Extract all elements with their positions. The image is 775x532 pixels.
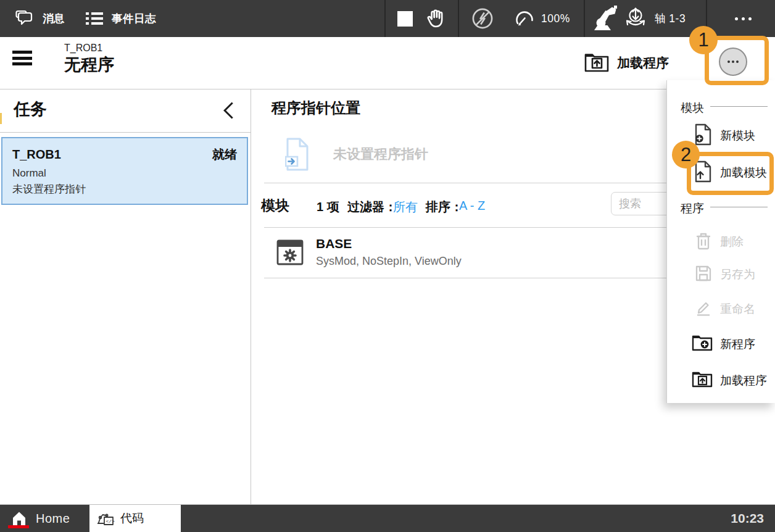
- app-header: T_ROB1 无程序 加载程序: [0, 37, 775, 89]
- menu-item-label: 另存为: [720, 267, 755, 283]
- task-mode: Normal: [12, 167, 237, 180]
- folder-upload-icon: [584, 52, 610, 74]
- save-icon: [694, 264, 713, 286]
- page-title: 无程序: [64, 54, 114, 76]
- edge-notification-sliver: [0, 113, 2, 124]
- step1-badge: 1: [689, 26, 718, 54]
- pointer-section-title: 程序指针位置: [271, 98, 360, 118]
- axis-selector-button[interactable]: 轴 1-3: [622, 0, 686, 37]
- task-name: T_ROB1: [12, 148, 61, 162]
- folder-plus-icon: [692, 335, 713, 354]
- sort-label: 排序：: [426, 199, 463, 215]
- event-log-button[interactable]: 事件日志: [84, 0, 156, 37]
- home-label[interactable]: Home: [36, 505, 70, 532]
- taskbar-divider: [0, 504, 775, 505]
- menu-item-label: 加载程序: [720, 373, 767, 389]
- task-pointer-status: 未设置程序指针: [12, 182, 237, 196]
- modules-section-title: 模块: [261, 196, 289, 215]
- messages-label: 消息: [43, 11, 65, 26]
- header-task-name: T_ROB1: [64, 43, 102, 54]
- menu-item-label: 新程序: [720, 336, 755, 352]
- menu-section-program: 程序: [681, 201, 704, 217]
- menu-item-load-program[interactable]: 加载程序: [667, 367, 775, 395]
- clock: 10:23: [731, 505, 764, 532]
- context-menu: 模块 新模块: [666, 80, 775, 403]
- speed-value: 100%: [541, 12, 570, 25]
- event-log-label: 事件日志: [112, 11, 156, 26]
- flexpendant-screen: 消息 事件日志: [0, 0, 775, 532]
- step2-badge: 2: [672, 141, 700, 168]
- doc-plus-icon: [694, 123, 712, 148]
- code-tab-label: 代码: [120, 510, 144, 526]
- messages-button[interactable]: 消息: [15, 0, 65, 37]
- menu-section-modules: 模块: [681, 100, 704, 116]
- topbar-more-button[interactable]: [729, 0, 756, 37]
- folder-upload-icon: [692, 371, 713, 391]
- menu-item-delete: 删除: [667, 228, 775, 256]
- event-log-icon: [84, 9, 105, 28]
- tasks-panel: 任务 T_ROB1 就绪 Normal 未设置程序指针: [0, 89, 251, 505]
- tasks-divider: [0, 132, 251, 133]
- home-active-underline: [8, 525, 29, 528]
- stop-icon: [397, 11, 413, 27]
- filter-value-link[interactable]: 所有: [393, 199, 418, 215]
- pointer-empty-text: 未设置程序指针: [333, 145, 428, 164]
- robot-arm-icon: [591, 5, 619, 32]
- collapse-panel-button[interactable]: [220, 101, 238, 120]
- svg-text:</>: </>: [106, 518, 115, 524]
- pointer-document-icon: [285, 137, 310, 174]
- filter-label: 过滤器：: [347, 199, 397, 215]
- topbar-separator: [584, 0, 585, 37]
- speedometer-icon: [512, 9, 537, 28]
- stop-button[interactable]: [397, 0, 413, 37]
- menu-item-label: 新模块: [720, 128, 755, 144]
- load-program-header-label: 加载程序: [617, 54, 669, 72]
- module-row-attributes: SysMod, NoStepIn, ViewOnly: [316, 255, 462, 268]
- axis-jog-icon: [622, 6, 649, 31]
- menu-item-label: 删除: [720, 234, 744, 250]
- trash-icon: [694, 231, 713, 253]
- module-row-name[interactable]: BASE: [316, 236, 352, 251]
- topbar-separator: [384, 0, 386, 37]
- sort-value-link[interactable]: A - Z: [459, 199, 485, 213]
- menu-rule: [710, 207, 768, 207]
- hamburger-icon: [12, 51, 32, 54]
- motors-off-icon: [471, 7, 494, 30]
- speed-indicator[interactable]: 100%: [512, 0, 570, 37]
- home-icon: [10, 510, 28, 527]
- rename-pencil-icon: [694, 298, 713, 320]
- top-status-bar: 消息 事件日志: [0, 0, 775, 37]
- menu-item-label: 重命名: [720, 301, 755, 317]
- hand-icon: [423, 8, 446, 30]
- tab-code-active[interactable]: </> 代码: [89, 505, 181, 532]
- task-list-item-trob1[interactable]: T_ROB1 就绪 Normal 未设置程序指针: [1, 137, 248, 205]
- ellipsis-icon: [735, 17, 738, 20]
- menu-item-new-program[interactable]: 新程序: [667, 330, 775, 359]
- system-module-icon: [276, 239, 304, 270]
- modules-count: 1 项: [317, 199, 339, 215]
- topbar-separator: [458, 0, 459, 37]
- task-status-badge: 就绪: [212, 146, 237, 163]
- menu-rule: [710, 106, 768, 107]
- robot-indicator[interactable]: [591, 0, 619, 37]
- code-robot-icon: </>: [96, 509, 115, 531]
- bottom-taskbar: Home </> 代码 10:23: [0, 505, 775, 532]
- speech-bubble-icon: [15, 9, 36, 28]
- menu-item-save-as: 另存为: [667, 260, 775, 289]
- chevron-left-icon: [220, 101, 238, 120]
- highlight-box-step2: [687, 152, 774, 195]
- manual-mode-button[interactable]: [423, 0, 446, 37]
- axes-label: 轴 1-3: [655, 11, 686, 26]
- menu-item-rename: 重命名: [667, 295, 775, 323]
- load-program-header-button[interactable]: 加载程序: [584, 49, 669, 77]
- tasks-panel-title: 任务: [14, 98, 47, 120]
- main-menu-button[interactable]: [12, 51, 33, 77]
- motors-off-indicator[interactable]: [471, 0, 494, 37]
